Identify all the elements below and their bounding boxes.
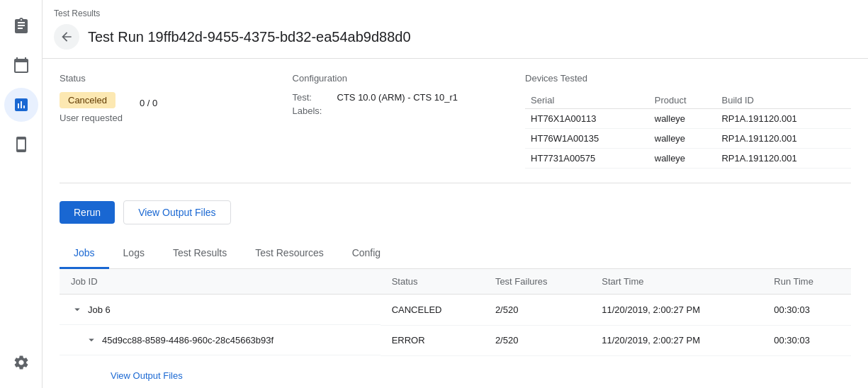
config-labels-label: Labels: bbox=[293, 105, 332, 116]
devices-col-product: Product bbox=[649, 92, 716, 109]
page-title: Test Run 19ffb42d-9455-4375-bd32-ea54ab9… bbox=[88, 29, 411, 45]
cell-product: walleye bbox=[649, 109, 716, 129]
sub-job-id-label: 45d9cc88-8589-4486-960c-28c45663b93f bbox=[102, 335, 274, 346]
view-output-files-link[interactable]: View Output Files bbox=[111, 365, 840, 387]
back-button[interactable] bbox=[54, 24, 79, 50]
cell-serial: HT76X1A00113 bbox=[525, 109, 649, 129]
view-output-button[interactable]: View Output Files bbox=[123, 200, 230, 224]
config-test-value: CTS 10.0 (ARM) - CTS 10_r1 bbox=[337, 92, 458, 103]
col-start-time: Start Time bbox=[590, 269, 762, 295]
devices-title: Devices Tested bbox=[525, 73, 851, 84]
header: Test Results Test Run 19ffb42d-9455-4375… bbox=[43, 0, 868, 59]
config-test-row: Test: CTS 10.0 (ARM) - CTS 10_r1 bbox=[293, 92, 526, 103]
cell-start_time: 11/20/2019, 2:00:27 PM bbox=[590, 295, 762, 326]
jobs-table: Job ID Status Test Failures Start Time R… bbox=[60, 269, 851, 388]
config-labels-row: Labels: bbox=[293, 105, 526, 116]
config-title: Configuration bbox=[293, 73, 526, 84]
col-test-failures: Test Failures bbox=[484, 269, 590, 295]
progress-text: 0 / 0 bbox=[140, 98, 157, 108]
tabs: JobsLogsTest ResultsTest ResourcesConfig bbox=[60, 239, 851, 269]
devices-section: Devices Tested Serial Product Build ID H… bbox=[525, 73, 851, 169]
rerun-button[interactable]: Rerun bbox=[60, 201, 115, 224]
cell-job-id: Job 6 bbox=[60, 295, 381, 325]
cell-run_time: 00:30:03 bbox=[762, 295, 851, 326]
cell-product: walleye bbox=[649, 129, 716, 149]
cell-build_id: RP1A.191120.001 bbox=[716, 129, 851, 149]
content-area: Status Canceled User requested 0 / 0 Con… bbox=[43, 59, 868, 388]
col-job-id: Job ID bbox=[60, 269, 381, 295]
table-row: Job 6CANCELED2/52011/20/2019, 2:00:27 PM… bbox=[60, 295, 851, 326]
view-output-row: View Output Files bbox=[60, 355, 851, 388]
breadcrumb: Test Results bbox=[54, 8, 851, 18]
tab-logs[interactable]: Logs bbox=[109, 239, 159, 269]
config-section: Configuration Test: CTS 10.0 (ARM) - CTS… bbox=[293, 73, 526, 169]
status-badge: Canceled bbox=[60, 92, 115, 108]
job-id-label: Job 6 bbox=[88, 304, 111, 315]
info-row: Status Canceled User requested 0 / 0 Con… bbox=[60, 73, 851, 183]
config-test-label: Test: bbox=[293, 92, 332, 103]
devices-col-serial: Serial bbox=[525, 92, 649, 109]
table-row: 45d9cc88-8589-4486-960c-28c45663b93fERRO… bbox=[60, 325, 851, 355]
sidebar bbox=[0, 0, 43, 388]
cell-sub-job-id: 45d9cc88-8589-4486-960c-28c45663b93f bbox=[60, 325, 381, 355]
cell-test_failures: 2/520 bbox=[484, 325, 590, 355]
sub-expand-icon[interactable] bbox=[85, 333, 98, 346]
tab-config[interactable]: Config bbox=[338, 239, 395, 269]
status-section: Status Canceled User requested 0 / 0 bbox=[60, 73, 293, 169]
table-row: HT76X1A00113walleyeRP1A.191120.001 bbox=[525, 109, 851, 129]
cell-product: walleye bbox=[649, 149, 716, 169]
cell-serial: HT76W1A00135 bbox=[525, 129, 649, 149]
sidebar-item-settings[interactable] bbox=[4, 346, 38, 380]
cell-status: CANCELED bbox=[381, 295, 484, 326]
action-row: Rerun View Output Files bbox=[60, 200, 851, 224]
col-status: Status bbox=[381, 269, 484, 295]
sidebar-item-clipboard[interactable] bbox=[4, 8, 38, 42]
cell-start_time: 11/20/2019, 2:00:27 PM bbox=[590, 325, 762, 355]
status-title: Status bbox=[60, 73, 293, 84]
table-row: HT7731A00575walleyeRP1A.191120.001 bbox=[525, 149, 851, 169]
cell-build_id: RP1A.191120.001 bbox=[716, 149, 851, 169]
sidebar-item-calendar[interactable] bbox=[4, 48, 38, 82]
status-sub-text: User requested bbox=[60, 113, 123, 123]
cell-run_time: 00:30:03 bbox=[762, 325, 851, 355]
devices-table: Serial Product Build ID HT76X1A00113wall… bbox=[525, 92, 851, 169]
cell-status: ERROR bbox=[381, 325, 484, 355]
cell-serial: HT7731A00575 bbox=[525, 149, 649, 169]
expand-icon[interactable] bbox=[71, 303, 84, 316]
tab-test-resources[interactable]: Test Resources bbox=[241, 239, 337, 269]
col-run-time: Run Time bbox=[762, 269, 851, 295]
cell-build_id: RP1A.191120.001 bbox=[716, 109, 851, 129]
cell-test_failures: 2/520 bbox=[484, 295, 590, 326]
main-content: Test Results Test Run 19ffb42d-9455-4375… bbox=[43, 0, 868, 388]
table-row: HT76W1A00135walleyeRP1A.191120.001 bbox=[525, 129, 851, 149]
title-row: Test Run 19ffb42d-9455-4375-bd32-ea54ab9… bbox=[54, 24, 851, 50]
devices-col-build: Build ID bbox=[716, 92, 851, 109]
tab-jobs[interactable]: Jobs bbox=[60, 239, 109, 269]
tab-test-results[interactable]: Test Results bbox=[159, 239, 241, 269]
sidebar-item-phone[interactable] bbox=[4, 127, 38, 161]
sidebar-item-chart[interactable] bbox=[4, 88, 38, 122]
